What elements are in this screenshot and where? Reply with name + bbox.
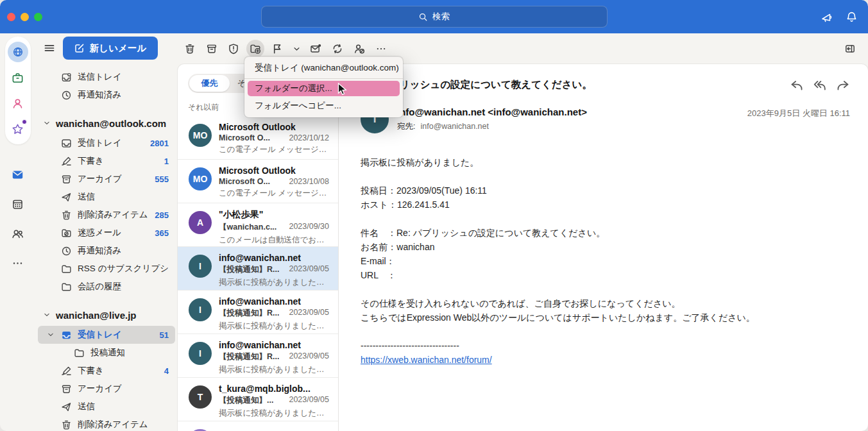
sidebar-item-label: 会話の履歴 (78, 281, 121, 292)
menu-item[interactable]: フォルダーの選択... (248, 81, 400, 96)
message-row[interactable]: MOMicrosoft OutlookMicrosoft O...2023/10… (178, 115, 338, 159)
module-calendar-button[interactable] (5, 189, 31, 219)
tab-focused[interactable]: 優先 (189, 75, 230, 92)
sidebar-item-label: 下書き (78, 155, 104, 167)
notifications-button[interactable] (844, 9, 859, 24)
sidebar-item[interactable]: 投稿通知 (38, 344, 175, 362)
chevron-down-button[interactable] (290, 40, 303, 58)
message-row[interactable]: Iinfo@wanichan.net【投稿通知】R...2023/09/05掲示… (178, 290, 338, 334)
trash-button[interactable] (181, 40, 199, 58)
message-date: 2023/10/08 (285, 177, 329, 186)
account-header[interactable]: wanichan@outlook.com (35, 112, 178, 134)
sidebar-item[interactable]: 下書き4 (38, 362, 175, 380)
message-row[interactable]: MOMicrosoft OutlookMicrosoft O...2023/10… (178, 159, 338, 203)
message-actions (790, 78, 850, 92)
sidebar-item[interactable]: 再通知済み (38, 86, 175, 104)
message-preview: この電子メール メッセージ… (219, 188, 329, 199)
sidebar-item[interactable]: 送信トレイ (38, 68, 175, 86)
mail-subject: Re: パブリッシュの設定について教えてください。 (361, 78, 777, 92)
sidebar-item[interactable]: 迷惑メール365 (38, 224, 175, 242)
menu-item[interactable]: 受信トレイ (wanichan@outlook.com) (244, 60, 403, 76)
sidebar-item[interactable]: アーカイブ555 (38, 170, 175, 188)
rail-item-browser[interactable] (5, 39, 31, 65)
new-mail-button[interactable]: 新しいメール (63, 37, 158, 60)
to-value: info@wanichan.net (420, 122, 489, 131)
person-icon (12, 97, 24, 110)
move-to-folder-button[interactable] (246, 40, 264, 58)
message-row[interactable]: M (178, 421, 338, 431)
sync-button[interactable] (328, 40, 346, 58)
reply-all-button[interactable] (813, 78, 827, 92)
module-more-button[interactable] (5, 248, 31, 278)
module-people-button[interactable] (5, 219, 31, 248)
sidebar-item[interactable]: 送信 (38, 188, 175, 206)
report-shield-button[interactable] (225, 40, 243, 58)
archive-icon (206, 43, 217, 55)
sidebar-item-label: 迷惑メール (78, 227, 121, 239)
more-icon (375, 43, 387, 55)
megaphone-icon (821, 11, 833, 23)
mail-body-line: E-mail： (361, 254, 850, 268)
message-row[interactable]: A"小松歩果"【wanichan.c...2023/09/30このメールは自動送… (178, 203, 338, 246)
message-subject: 【投稿通知】R... (219, 351, 279, 362)
trash-icon (61, 419, 72, 430)
message-subject-line: Microsoft O...2023/10/08 (219, 177, 329, 186)
sidebar-item[interactable]: 削除済みアイテム285 (38, 206, 175, 224)
menu-item[interactable]: フォルダーへコピー... (244, 97, 403, 114)
message-subject: 【投稿通知】R... (219, 308, 279, 319)
mail-body-link[interactable]: https://xweb.wanichan.net/forum/ (361, 353, 492, 367)
trash-icon (61, 210, 72, 221)
forward-button[interactable] (836, 78, 850, 92)
message-avatar: A (189, 211, 212, 234)
outlook-window: 検索 (0, 0, 868, 431)
message-row[interactable]: Iinfo@wanichan.net【投稿通知】R...2023/09/05掲示… (178, 334, 338, 377)
archive-button[interactable] (203, 40, 221, 58)
move-to-folder-menu: 受信トレイ (wanichan@outlook.com)フォルダーの選択...フ… (244, 56, 403, 117)
feedback-button[interactable] (819, 9, 834, 24)
message-date: 2023/09/05 (285, 351, 329, 362)
block-sender-button[interactable] (350, 40, 368, 58)
sidebar-item[interactable]: 受信トレイ51 (38, 326, 175, 344)
sidebar-item-label: 削除済みアイテム (78, 209, 148, 221)
message-row[interactable]: Iinfo@wanichan.net【投稿通知】R...2023/09/05掲示… (178, 246, 338, 290)
sidebar-item[interactable]: 送信 (38, 398, 175, 416)
message-row[interactable]: Tt_kura@mqb.biglob...【投稿通知】...2023/09/05… (178, 377, 338, 421)
hamburger-icon (44, 42, 55, 54)
search-input[interactable]: 検索 (261, 6, 608, 28)
unread-count: 4 (164, 366, 169, 376)
mark-unread-button[interactable] (307, 40, 325, 58)
rail-item-work[interactable] (5, 65, 31, 90)
account-header[interactable]: wanichan@live.jp (35, 304, 178, 326)
inbox-filled-icon (61, 330, 72, 341)
toggle-sidebar-button[interactable] (40, 39, 58, 57)
sidebar-item-label: 送信 (78, 191, 95, 203)
sidebar-item[interactable]: 下書き1 (38, 152, 175, 170)
titlebar: 検索 (0, 0, 868, 33)
reply-button[interactable] (790, 78, 804, 92)
message-date: 2023/09/05 (285, 395, 329, 406)
rail-item-profile[interactable] (5, 90, 31, 116)
close-window-button[interactable] (7, 13, 15, 21)
more-button[interactable] (372, 40, 390, 58)
sidebar-item[interactable]: 削除済みアイテム (38, 416, 175, 431)
module-mail-button[interactable] (5, 160, 31, 189)
sidebar-item[interactable]: アーカイブ (38, 380, 175, 398)
sidebar-item[interactable]: 再通知済み (38, 242, 175, 260)
flag-button[interactable] (268, 40, 286, 58)
message-sender: info@wanichan.net (219, 340, 329, 350)
outbox-icon (61, 72, 72, 83)
sidebar-item[interactable]: 受信トレイ2801 (38, 134, 175, 152)
folder-icon (74, 348, 85, 359)
zoom-window-button[interactable] (34, 13, 42, 21)
sidebar-item-label: 送信トレイ (78, 71, 121, 83)
sidebar-item[interactable]: 会話の履歴 (38, 278, 175, 296)
recipient-line: 宛先:info@wanichan.net (397, 121, 587, 132)
collapse-pane-button[interactable] (841, 40, 859, 58)
send-icon (61, 401, 72, 412)
sidebar-item[interactable]: RSS のサブスクリプシ… (38, 260, 175, 278)
rail-item-favorites[interactable] (5, 116, 31, 142)
mail-body-line: こちらではExpression Web以外のツールについてはサポートいたしかねま… (361, 310, 850, 325)
minimize-window-button[interactable] (21, 13, 29, 21)
message-avatar: I (189, 298, 212, 321)
message-date: 2023/09/30 (285, 222, 329, 233)
